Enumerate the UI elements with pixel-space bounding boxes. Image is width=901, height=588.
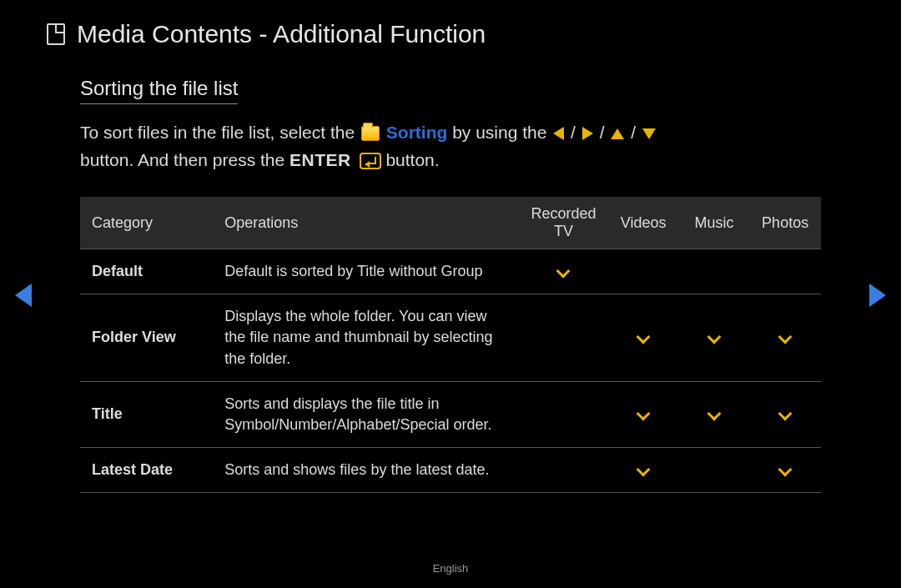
th-category: Category [80,197,213,249]
page-title: Media Contents - Additional Function [0,0,901,48]
cell-mark [679,381,749,447]
cell-mark [749,448,821,493]
cell-mark [749,294,821,382]
intro-part4: button. [385,150,439,169]
cell-mark [607,381,678,447]
enter-label: ENTER [289,150,351,169]
intro-part3: button. And then press the [80,150,289,169]
cell-mark [607,448,678,493]
th-photos: Photos [749,197,821,249]
table-row: TitleSorts and displays the file title i… [80,381,821,447]
check-icon [556,264,571,279]
cell-category: Default [80,249,213,294]
cell-operation: Sorts and shows files by the latest date… [213,448,519,493]
arrow-right-icon [582,127,593,140]
check-icon [778,330,793,344]
cell-mark [519,249,607,294]
table-row: DefaultDefault is sorted by Title withou… [80,249,821,294]
arrow-up-icon [611,128,624,139]
sorting-table: Category Operations Recorded TV Videos M… [80,197,821,493]
sep2: / [600,123,610,142]
cell-mark [749,249,821,294]
check-icon [778,407,793,421]
cell-operation: Default is sorted by Title without Group [213,249,519,294]
intro-part2: by using the [452,123,551,142]
cell-mark [519,448,607,493]
footer-language: English [0,562,901,575]
cell-category: Title [80,381,213,447]
cell-mark [519,294,607,382]
page-icon [47,23,65,45]
nav-prev-icon[interactable] [15,284,32,307]
nav-next-icon[interactable] [869,284,886,307]
th-operations: Operations [213,197,519,249]
cell-mark [679,448,749,493]
check-icon [637,463,651,477]
check-icon [707,407,722,421]
cell-mark [749,381,821,447]
intro-part1: To sort files in the file list, select t… [80,123,360,142]
arrow-left-icon [553,127,564,140]
cell-mark [607,294,678,382]
check-icon [637,330,651,344]
check-icon [637,407,651,421]
sep3: / [631,123,641,142]
th-music: Music [679,197,749,249]
arrow-down-icon [642,128,656,139]
cell-category: Folder View [80,294,213,382]
table-row: Latest DateSorts and shows files by the … [80,448,821,493]
cell-operation: Sorts and displays the file title in Sym… [213,381,519,447]
cell-mark [679,294,749,382]
section-subtitle: Sorting the file list [80,77,238,104]
cell-category: Latest Date [80,448,213,493]
sep1: / [571,123,581,142]
cell-mark [519,381,607,447]
cell-operation: Displays the whole folder. You can view … [213,294,519,382]
cell-mark [679,249,749,294]
enter-icon [360,153,381,169]
intro-text: To sort files in the file list, select t… [80,119,821,173]
folder-icon [361,126,380,141]
th-videos: Videos [607,197,678,249]
check-icon [707,330,722,344]
table-row: Folder ViewDisplays the whole folder. Yo… [80,294,821,382]
th-recorded-tv: Recorded TV [519,197,607,249]
sorting-label: Sorting [386,123,448,142]
table-header-row: Category Operations Recorded TV Videos M… [80,197,821,249]
check-icon [778,463,793,477]
cell-mark [607,249,678,294]
page-title-text: Media Contents - Additional Function [77,20,486,48]
